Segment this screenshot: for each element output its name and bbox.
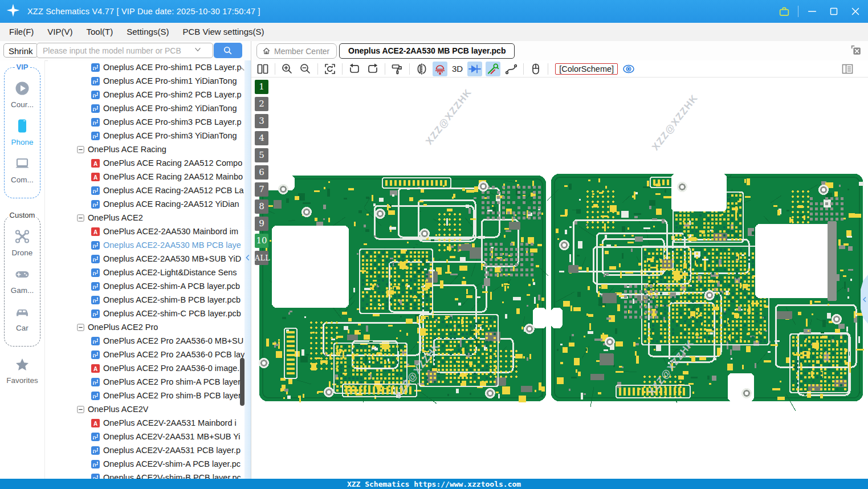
- tree-splitter[interactable]: [244, 60, 251, 479]
- pcb-file-icon: [91, 241, 100, 250]
- tree-item[interactable]: Oneplus ACE2-2AA530 MB PCB laye: [48, 238, 246, 252]
- tree-item-label: OnePlus ACE2 Pro 2AA536-0 image.: [103, 361, 239, 375]
- tree-item[interactable]: Oneplus ACE2V-2AA531 MB+SUB Yi: [48, 430, 246, 443]
- panel-toggle-icon[interactable]: [841, 62, 854, 78]
- picker-icon[interactable]: [486, 62, 500, 76]
- tree-item[interactable]: Oneplus ACE Pro-shim2 PCB Layer.p: [48, 88, 246, 101]
- shrink-button[interactable]: Shrink: [3, 43, 38, 58]
- chevron-down-icon[interactable]: [194, 46, 202, 56]
- layer-button-7[interactable]: 7: [255, 182, 268, 197]
- rotate-left-icon[interactable]: [347, 62, 362, 76]
- sidebar-item-car[interactable]: Car: [11, 304, 34, 332]
- tree-item[interactable]: OnePlus ACE2 Pro shim-A PCB layer.: [48, 375, 246, 389]
- tree-item[interactable]: AOnePlus ACE Racing 2AA512 Mainbo: [48, 170, 246, 184]
- layer-button-2[interactable]: 2: [255, 97, 268, 111]
- menu-item-tool[interactable]: Tool(T): [80, 23, 120, 41]
- layer-button-10[interactable]: 10: [255, 234, 268, 248]
- tree-group[interactable]: OnePlus ACE Racing: [48, 142, 246, 156]
- tree-group[interactable]: OnePlus ACE2V: [48, 402, 246, 416]
- tree-item[interactable]: Oneplus ACE Pro-shim2 YiDianTong: [48, 101, 246, 115]
- pcb-canvas[interactable]: XZZ@XZZHKXZZ@XZZHKXZZ@XZZHKXZZ@XZZHK 123…: [251, 78, 868, 479]
- mirror-flip-icon[interactable]: [414, 62, 429, 76]
- vip-briefcase-icon[interactable]: [776, 3, 792, 19]
- collapse-left-icon[interactable]: [245, 253, 250, 263]
- zoom-out-icon[interactable]: [298, 62, 313, 76]
- maximize-icon[interactable]: [826, 3, 842, 19]
- layer-button-all[interactable]: ALL: [255, 251, 268, 265]
- member-center-button[interactable]: Member Center: [256, 43, 337, 59]
- tree-item[interactable]: Oneplus ACE2-Light&Distance Sens: [48, 266, 246, 279]
- layer-button-8[interactable]: 8: [255, 199, 268, 214]
- tree-item[interactable]: AOnePlus ACE Racing 2AA512 Compo: [48, 156, 246, 170]
- paint-roller-icon[interactable]: [390, 62, 405, 76]
- zoom-in-icon[interactable]: [280, 62, 295, 76]
- tree-item-label: Oneplus ACE Pro-shim1 PCB Layer.p: [103, 60, 242, 74]
- colorscheme-button[interactable]: [ColorScheme]: [555, 63, 618, 75]
- collapse-minus-icon[interactable]: [77, 146, 84, 153]
- rotate-right-icon[interactable]: [365, 62, 380, 76]
- tree-item-label: Oneplus ACE2-2AA530 MB+SUB YiD: [103, 252, 241, 266]
- collapse-minus-icon[interactable]: [77, 406, 84, 413]
- search-button[interactable]: [214, 43, 242, 58]
- menu-item-pcb-view-settings[interactable]: PCB View settings(S): [176, 23, 271, 41]
- tree-item[interactable]: OnePlus ACE2 Pro 2AA536-0 PCB lay: [48, 348, 246, 361]
- tree-item[interactable]: Oneplus ACE2V-shim-B PCB layer.pc: [48, 471, 246, 479]
- eye-icon[interactable]: [621, 62, 636, 76]
- sidebar-item-cour[interactable]: Cour...: [11, 80, 34, 109]
- tree-item[interactable]: OnePlus ACE2 Pro 2AA536-0 MB+SU: [48, 334, 246, 348]
- layer-button-9[interactable]: 9: [255, 217, 268, 231]
- fit-view-icon[interactable]: [323, 62, 337, 76]
- tree-item[interactable]: AOnePlus ACE2V-2AA531 Mainbord i: [48, 416, 246, 430]
- home-icon: [262, 46, 271, 56]
- curve-icon[interactable]: [504, 62, 519, 76]
- menu-item-file[interactable]: File(F): [0, 23, 40, 41]
- close-all-tabs-icon[interactable]: [850, 44, 862, 56]
- tree-item[interactable]: AOnePlus ACE2-2AA530 Mainbord im: [48, 225, 246, 238]
- tree-item[interactable]: Oneplus ACE Pro-shim1 PCB Layer.p: [48, 60, 246, 74]
- minimize-icon[interactable]: [804, 3, 820, 19]
- collapse-minus-icon[interactable]: [77, 214, 84, 222]
- sidebar-item-phone[interactable]: Phone: [11, 118, 34, 146]
- sidebar-item-favorites[interactable]: Favorites: [0, 357, 44, 385]
- sidebar-item-gam[interactable]: Gam...: [11, 266, 34, 295]
- layer-button-3[interactable]: 3: [255, 114, 268, 128]
- tree-item[interactable]: Oneplus ACE Pro-shim3 YiDianTong: [48, 129, 246, 142]
- menu-item-settings[interactable]: Settings(S): [120, 23, 176, 41]
- active-pcb-tab[interactable]: Oneplus ACE2-2AA530 MB PCB layer.pcb: [339, 43, 515, 59]
- layer-button-4[interactable]: 4: [255, 131, 268, 145]
- tree-item[interactable]: Oneplus ACE2-shim-C PCB layer.pcb: [48, 307, 246, 320]
- tree-item[interactable]: Oneplus ACE Racing-2AA512 YiDian: [48, 197, 246, 211]
- mouse-icon[interactable]: [528, 62, 543, 76]
- sidebar-item-com[interactable]: Com...: [11, 156, 34, 184]
- diode-icon[interactable]: [467, 62, 482, 76]
- tree-item[interactable]: Oneplus ACE2-shim-A PCB layer.pcb: [48, 279, 246, 293]
- tree-item[interactable]: AOnePlus ACE2 Pro 2AA536-0 image.: [48, 361, 246, 375]
- close-icon[interactable]: [847, 3, 863, 19]
- tree-group[interactable]: OnePlus ACE2: [48, 211, 246, 225]
- layer-button-5[interactable]: 5: [255, 148, 268, 162]
- smartphone-icon: [13, 118, 31, 136]
- tree-item[interactable]: Oneplus ACE2V-shim-A PCB layer.pc: [48, 457, 246, 471]
- menu-item-vip[interactable]: VIP(V): [40, 23, 79, 41]
- tree-scrollbar-thumb[interactable]: [240, 358, 244, 406]
- model-search-input[interactable]: [36, 43, 213, 58]
- tree-item[interactable]: Oneplus ACE Pro-shim3 PCB Layer.p: [48, 115, 246, 129]
- layer-button-6[interactable]: 6: [255, 165, 268, 180]
- tree-item[interactable]: Oneplus ACE2-2AA530 MB+SUB YiD: [48, 252, 246, 266]
- tree-item[interactable]: Oneplus ACE2V-2AA531 PCB layer.p: [48, 443, 246, 457]
- pcb-file-icon: [91, 392, 100, 400]
- window-title: XZZ Schematics V4.77 [ VIP Due date: 202…: [27, 7, 260, 16]
- lamp-icon[interactable]: [433, 62, 447, 76]
- sidebar-item-drone[interactable]: Drone: [11, 229, 34, 257]
- tree-item[interactable]: Oneplus ACE2-shim-B PCB layer.pcb: [48, 293, 246, 307]
- tree-item-label: Oneplus ACE2V-2AA531 MB+SUB Yi: [103, 430, 241, 443]
- layer-button-1[interactable]: 1: [255, 80, 268, 94]
- tree-item[interactable]: OnePlus ACE2 Pro shim-B PCB layer.: [48, 389, 246, 402]
- tree-item[interactable]: Oneplus ACE Pro-shim1 YiDianTong: [48, 74, 246, 88]
- 3d-view-label[interactable]: 3D: [451, 64, 464, 74]
- tree-item[interactable]: Oneplus ACE Racing-2AA512 PCB La: [48, 184, 246, 197]
- pcb-render[interactable]: XZZ@XZZHKXZZ@XZZHKXZZ@XZZHKXZZ@XZZHK: [251, 78, 868, 479]
- collapse-minus-icon[interactable]: [77, 324, 84, 331]
- split-view-icon[interactable]: [255, 62, 270, 76]
- tree-group[interactable]: OnePlus ACE2 Pro: [48, 320, 246, 334]
